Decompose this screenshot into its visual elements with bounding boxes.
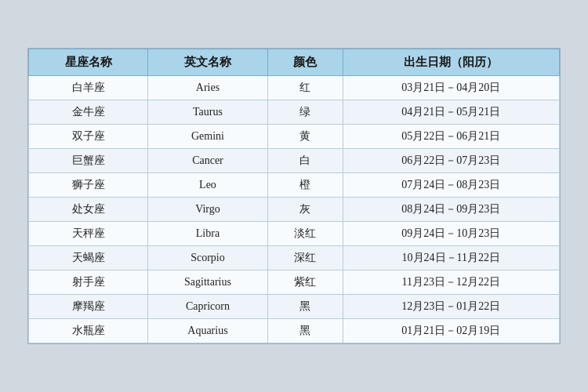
col-header-color: 颜色 xyxy=(267,49,343,76)
zodiac-table-wrapper: 星座名称 英文名称 颜色 出生日期（阳历） 白羊座Aries红03月21日－04… xyxy=(27,48,561,344)
table-row: 狮子座Leo橙07月24日－08月23日 xyxy=(29,173,560,198)
cell-dates: 10月24日－11月22日 xyxy=(343,246,559,270)
cell-english: Gemini xyxy=(148,125,267,149)
cell-color: 橙 xyxy=(267,173,343,198)
cell-dates: 01月21日－02月19日 xyxy=(343,319,559,343)
cell-chinese: 射手座 xyxy=(29,270,148,295)
cell-english: Aries xyxy=(148,76,267,100)
col-header-english: 英文名称 xyxy=(148,49,267,76)
cell-color: 淡红 xyxy=(267,222,343,246)
cell-color: 红 xyxy=(267,76,343,100)
cell-dates: 06月22日－07月23日 xyxy=(343,149,559,173)
table-row: 双子座Gemini黄05月22日－06月21日 xyxy=(29,125,560,149)
cell-chinese: 狮子座 xyxy=(29,173,148,198)
cell-dates: 03月21日－04月20日 xyxy=(343,76,559,100)
cell-english: Virgo xyxy=(148,198,267,222)
table-row: 水瓶座Aquarius黑01月21日－02月19日 xyxy=(29,319,560,343)
col-header-dates: 出生日期（阳历） xyxy=(343,49,559,76)
table-row: 射手座Sagittarius紫红11月23日－12月22日 xyxy=(29,270,560,295)
table-row: 处女座Virgo灰08月24日－09月23日 xyxy=(29,198,560,222)
cell-color: 黄 xyxy=(267,125,343,149)
cell-chinese: 处女座 xyxy=(29,198,148,222)
cell-english: Scorpio xyxy=(148,246,267,270)
cell-color: 白 xyxy=(267,149,343,173)
cell-dates: 09月24日－10月23日 xyxy=(343,222,559,246)
cell-dates: 12月23日－01月22日 xyxy=(343,295,559,319)
zodiac-table: 星座名称 英文名称 颜色 出生日期（阳历） 白羊座Aries红03月21日－04… xyxy=(28,49,560,343)
cell-color: 绿 xyxy=(267,100,343,125)
cell-english: Taurus xyxy=(148,100,267,125)
cell-chinese: 白羊座 xyxy=(29,76,148,100)
cell-dates: 07月24日－08月23日 xyxy=(343,173,559,198)
cell-dates: 11月23日－12月22日 xyxy=(343,270,559,295)
table-row: 金牛座Taurus绿04月21日－05月21日 xyxy=(29,100,560,125)
table-row: 白羊座Aries红03月21日－04月20日 xyxy=(29,76,560,100)
cell-chinese: 金牛座 xyxy=(29,100,148,125)
cell-chinese: 摩羯座 xyxy=(29,295,148,319)
col-header-chinese: 星座名称 xyxy=(29,49,148,76)
cell-chinese: 水瓶座 xyxy=(29,319,148,343)
cell-color: 紫红 xyxy=(267,270,343,295)
cell-english: Sagittarius xyxy=(148,270,267,295)
table-row: 巨蟹座Cancer白06月22日－07月23日 xyxy=(29,149,560,173)
table-row: 天蝎座Scorpio深红10月24日－11月22日 xyxy=(29,246,560,270)
cell-color: 黑 xyxy=(267,295,343,319)
cell-chinese: 巨蟹座 xyxy=(29,149,148,173)
cell-color: 灰 xyxy=(267,198,343,222)
table-body: 白羊座Aries红03月21日－04月20日金牛座Taurus绿04月21日－0… xyxy=(29,76,560,343)
cell-english: Capricorn xyxy=(148,295,267,319)
cell-color: 深红 xyxy=(267,246,343,270)
table-row: 摩羯座Capricorn黑12月23日－01月22日 xyxy=(29,295,560,319)
cell-chinese: 天蝎座 xyxy=(29,246,148,270)
cell-dates: 04月21日－05月21日 xyxy=(343,100,559,125)
cell-english: Libra xyxy=(148,222,267,246)
cell-english: Cancer xyxy=(148,149,267,173)
cell-dates: 05月22日－06月21日 xyxy=(343,125,559,149)
cell-chinese: 天秤座 xyxy=(29,222,148,246)
cell-chinese: 双子座 xyxy=(29,125,148,149)
table-header-row: 星座名称 英文名称 颜色 出生日期（阳历） xyxy=(29,49,560,76)
table-row: 天秤座Libra淡红09月24日－10月23日 xyxy=(29,222,560,246)
cell-english: Leo xyxy=(148,173,267,198)
cell-english: Aquarius xyxy=(148,319,267,343)
cell-color: 黑 xyxy=(267,319,343,343)
cell-dates: 08月24日－09月23日 xyxy=(343,198,559,222)
